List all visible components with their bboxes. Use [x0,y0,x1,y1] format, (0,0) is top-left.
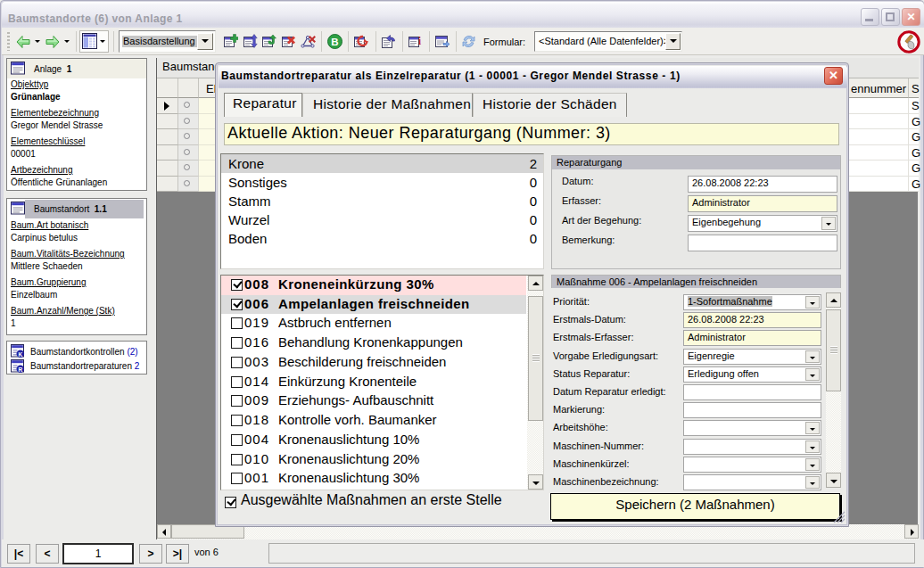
svg-text:B: B [331,37,338,47]
svg-text:K: K [18,351,22,358]
svg-text:R: R [18,366,22,373]
svg-text:i: i [418,35,422,47]
